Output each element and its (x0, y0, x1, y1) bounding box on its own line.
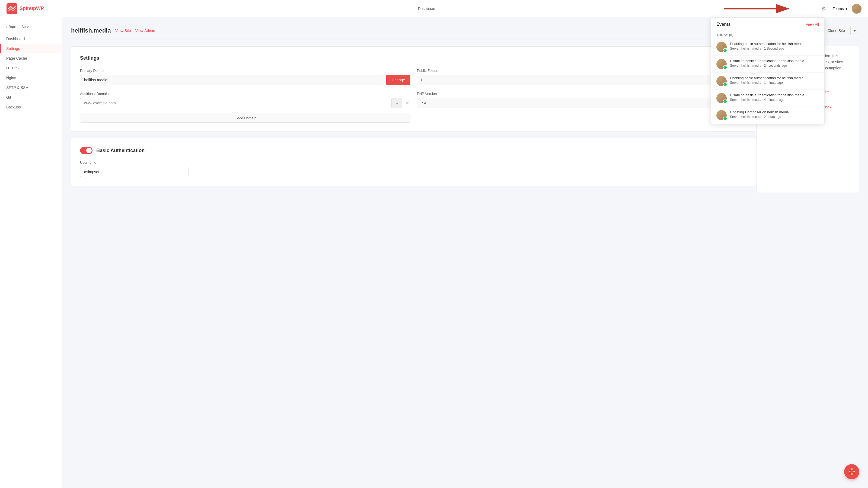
event-body: Enabling basic authentication for hellfi… (730, 42, 819, 51)
public-folder-input[interactable] (417, 75, 747, 85)
event-server: Server: hellfish.media (730, 98, 761, 102)
top-navigation: SpinupWP Dashboard ⚙ Teams ▾ (0, 0, 868, 18)
php-version-label: PHP Version (417, 92, 747, 96)
username-label: Username (80, 161, 188, 165)
event-title: Enabling basic authentication for hellfi… (730, 76, 819, 80)
avatar-button[interactable] (852, 4, 862, 13)
username-input[interactable] (80, 167, 188, 177)
header-actions: Clone Site ▾ (822, 26, 859, 35)
event-item: Disabling basic authentication for hellf… (711, 56, 824, 73)
sidebar-item-dashboard[interactable]: Dashboard (0, 34, 62, 44)
event-server: Server: hellfish.media (730, 64, 761, 67)
events-view-all-link[interactable]: View All (806, 22, 819, 27)
back-to-server-link[interactable]: Back to Server (0, 22, 62, 34)
change-domain-button[interactable]: Change (386, 75, 410, 85)
event-avatar-wrap (716, 59, 727, 69)
event-time: 2 hours ago (764, 115, 781, 119)
arrow-annotation (721, 3, 798, 15)
clone-site-button[interactable]: Clone Site (822, 26, 850, 35)
sidebar-item-nginx[interactable]: Nginx (0, 73, 62, 83)
events-section-label: TODAY (8) (711, 30, 824, 38)
logo-text: SpinupWP (20, 6, 44, 11)
event-body: Disabling basic authentication for hellf… (730, 93, 819, 102)
basic-auth-header: Basic Authentication (80, 147, 747, 154)
arrow-right-icon: → (395, 101, 399, 105)
basic-auth-toggle[interactable] (80, 147, 93, 154)
event-body: Enabling basic authentication for hellfi… (730, 76, 819, 85)
help-button[interactable]: 🛟 (844, 464, 859, 479)
events-title: Events (716, 22, 731, 27)
additional-domains-label: Additional Domains (80, 92, 410, 96)
toggle-knob (86, 148, 92, 153)
php-version-input[interactable] (417, 98, 747, 108)
event-avatar-wrap (716, 42, 727, 52)
add-domain-go-button[interactable]: → (392, 98, 402, 108)
sidebar-item-settings[interactable]: Settings (0, 44, 62, 54)
event-check-icon (723, 99, 727, 104)
event-check-icon (723, 117, 727, 121)
additional-domains-row: → ✕ (80, 98, 410, 108)
basic-auth-title: Basic Authentication (96, 148, 145, 154)
event-check-icon (723, 48, 727, 53)
gear-button[interactable]: ⚙ (819, 3, 828, 14)
nav-right-actions: ⚙ Teams ▾ (819, 3, 862, 14)
event-avatar-wrap (716, 93, 727, 103)
event-server: Server: hellfish.media (730, 115, 761, 119)
settings-card-title: Settings (80, 55, 747, 61)
event-item: Updating Composer on hellfish.media Serv… (711, 107, 824, 124)
additional-domain-input[interactable] (80, 98, 389, 108)
sidebar: Back to Server Dashboard Settings Page C… (0, 18, 62, 488)
avatar (852, 4, 862, 13)
add-domain-button[interactable]: + Add Domain (80, 113, 410, 123)
gear-icon: ⚙ (822, 6, 826, 12)
sidebar-item-backups[interactable]: Backups (0, 102, 62, 112)
events-dropdown: Events View All TODAY (8) Enabling basic… (711, 18, 825, 124)
username-group: Username (80, 161, 188, 177)
teams-button[interactable]: Teams ▾ (833, 6, 847, 11)
svg-rect-0 (6, 3, 18, 14)
public-folder-group: Public Folder (417, 69, 747, 85)
view-site-link[interactable]: View Site (115, 29, 131, 33)
help-icon: 🛟 (848, 468, 856, 475)
content-main: Settings Primary Domain Change Public (71, 46, 756, 193)
clone-site-dropdown-button[interactable]: ▾ (850, 26, 859, 35)
add-domain-clear-button[interactable]: ✕ (404, 99, 410, 107)
event-time: 4 minutes ago (764, 98, 784, 102)
event-avatar-wrap (716, 110, 727, 120)
event-time: 1 minute ago (764, 81, 782, 85)
sidebar-item-git[interactable]: Git (0, 93, 62, 102)
additional-domains-group: Additional Domains → ✕ (80, 92, 410, 123)
chevron-down-icon: ▾ (845, 6, 847, 11)
event-server: Server: hellfish.media (730, 81, 761, 85)
event-title: Updating Composer on hellfish.media (730, 110, 819, 114)
primary-domain-input[interactable] (80, 75, 384, 85)
settings-form-grid: Primary Domain Change Public Folder (80, 69, 747, 123)
primary-domain-label: Primary Domain (80, 69, 410, 73)
event-body: Disabling basic authentication for hellf… (730, 59, 819, 67)
event-meta: Server: hellfish.media 1 minute ago (730, 81, 819, 85)
teams-label: Teams (833, 6, 844, 11)
event-server: Server: hellfish.media (730, 46, 761, 51)
event-check-icon (723, 65, 727, 70)
event-title: Enabling basic authentication for hellfi… (730, 42, 819, 46)
sidebar-item-page-cache[interactable]: Page Cache (0, 54, 62, 63)
sidebar-item-sftp-ssh[interactable]: SFTP & SSH (0, 83, 62, 93)
close-icon: ✕ (405, 100, 409, 106)
logo[interactable]: SpinupWP (6, 3, 44, 14)
view-admin-link[interactable]: View Admin (135, 29, 155, 33)
clone-btn-group: Clone Site ▾ (822, 26, 859, 35)
event-meta: Server: hellfish.media 24 seconds ago (730, 64, 819, 67)
event-body: Updating Composer on hellfish.media Serv… (730, 110, 819, 119)
dashboard-nav-link[interactable]: Dashboard (418, 6, 437, 11)
event-item: Enabling basic authentication for hellfi… (711, 73, 824, 90)
sidebar-item-https[interactable]: HTTPS (0, 63, 62, 73)
event-item: Disabling basic authentication for hellf… (711, 90, 824, 107)
event-title: Disabling basic authentication for hellf… (730, 59, 819, 63)
basic-auth-card: Basic Authentication Username (71, 138, 756, 186)
event-meta: Server: hellfish.media 2 hours ago (730, 115, 819, 119)
event-meta: Server: hellfish.media 1 Second ago (730, 46, 819, 51)
site-title: hellfish.media (71, 27, 111, 34)
event-time: 1 Second ago (764, 46, 784, 51)
events-header: Events View All (711, 18, 824, 30)
chevron-down-icon: ▾ (854, 29, 856, 33)
